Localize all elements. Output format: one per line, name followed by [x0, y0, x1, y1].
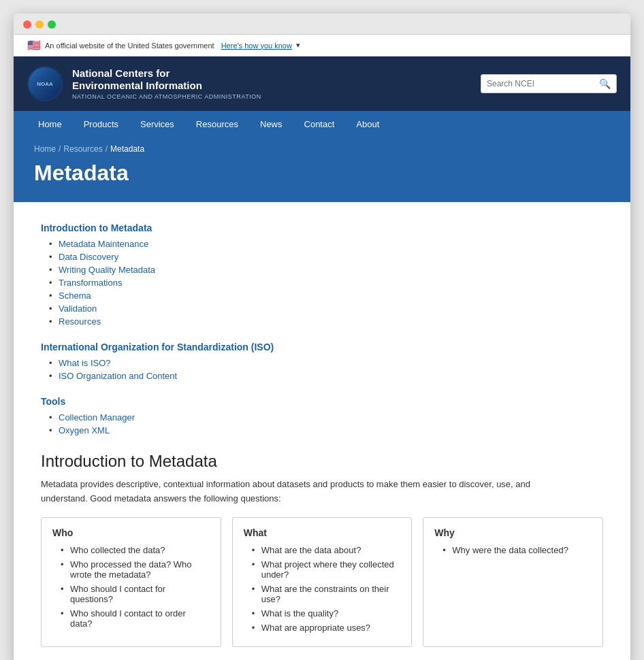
list-item: Who processed the data? Who wrote the me… — [61, 559, 210, 580]
card-what: What What are the data about? What proje… — [232, 517, 413, 647]
link-schema[interactable]: Schema — [59, 291, 91, 301]
card-what-list: What are the data about? What project wh… — [244, 545, 401, 633]
gov-banner: 🇺🇸 An official website of the United Sta… — [14, 35, 630, 56]
org-sub: National Oceanic and Atmospheric Adminis… — [72, 93, 261, 100]
brand: NOAA National Centers for Environmental … — [27, 66, 261, 101]
content-intro-section: Introduction to Metadata Metadata provid… — [41, 452, 603, 647]
what-item-2: What are the constraints on their use? — [261, 584, 389, 604]
expand-dot[interactable] — [48, 20, 56, 29]
list-item: Resources — [49, 316, 603, 327]
what-item-1: What project where they collected under? — [261, 559, 394, 580]
list-item: Who collected the data? — [61, 545, 210, 555]
site-header: NOAA National Centers for Environmental … — [14, 56, 630, 111]
nav-item-about[interactable]: About — [345, 111, 390, 137]
breadcrumb-sep1: / — [59, 144, 61, 154]
link-writing-quality[interactable]: Writing Quality Metadata — [59, 265, 155, 275]
list-item: What are the data about? — [252, 545, 401, 555]
card-why-list: Why were the data collected? — [434, 545, 592, 555]
iso-bullet-list: What is ISO? ISO Organization and Conten… — [41, 358, 603, 381]
what-item-0: What are the data about? — [261, 545, 361, 555]
tools-bullet-list: Collection Manager Oxygen XML — [41, 412, 603, 435]
breadcrumb-resources[interactable]: Resources — [63, 144, 102, 154]
nav-item-contact[interactable]: Contact — [293, 111, 346, 137]
link-transformations[interactable]: Transformations — [59, 278, 122, 288]
breadcrumb-sep2: / — [106, 144, 108, 154]
who-item-3: Who should I contact to order data? — [70, 608, 186, 629]
org-name: National Centers for Environmental Infor… — [72, 67, 261, 92]
list-item: Transformations — [49, 278, 603, 288]
why-item-0: Why were the data collected? — [452, 545, 568, 555]
page-title: Metadata — [34, 161, 610, 186]
list-item: Who should I contact for questions? — [61, 584, 210, 604]
list-item: Schema — [49, 291, 603, 301]
card-what-title: What — [244, 527, 401, 538]
card-who: Who Who collected the data? Who processe… — [41, 517, 221, 647]
list-item: What is the quality? — [252, 608, 401, 618]
noaa-logo-inner: NOAA — [29, 67, 61, 100]
hero-section: Home / Resources / Metadata Metadata — [14, 137, 630, 202]
who-item-2: Who should I contact for questions? — [70, 584, 165, 604]
list-item: Validation — [49, 303, 603, 314]
list-item: Oxygen XML — [49, 425, 603, 435]
list-item: ISO Organization and Content — [49, 371, 603, 381]
intro-bullet-list: Metadata Maintenance Data Discovery Writ… — [41, 239, 603, 327]
nav-item-home[interactable]: Home — [27, 111, 73, 137]
list-item: Data Discovery — [49, 252, 603, 262]
intro-heading[interactable]: Introduction to Metadata — [41, 222, 152, 233]
noaa-logo: NOAA — [27, 66, 63, 101]
list-item: What project where they collected under? — [252, 559, 401, 580]
iso-heading[interactable]: International Organization for Standardi… — [41, 342, 274, 352]
link-oxygen-xml[interactable]: Oxygen XML — [59, 425, 110, 435]
card-why: Why Why were the data collected? — [423, 517, 603, 647]
browser-chrome — [14, 14, 630, 35]
browser-window: 🇺🇸 An official website of the United Sta… — [14, 14, 630, 660]
how-know-link[interactable]: Here's how you know — [221, 42, 292, 50]
header-title-block: National Centers for Environmental Infor… — [72, 67, 261, 100]
content-intro-title: Introduction to Metadata — [41, 452, 603, 471]
search-icon[interactable]: 🔍 — [599, 78, 611, 89]
nav-item-services[interactable]: Services — [129, 111, 185, 137]
main-content: Introduction to Metadata Metadata Mainte… — [14, 202, 630, 660]
breadcrumb: Home / Resources / Metadata — [34, 144, 610, 154]
link-resources[interactable]: Resources — [59, 316, 101, 327]
list-item: What are the constraints on their use? — [252, 584, 401, 604]
link-data-discovery[interactable]: Data Discovery — [59, 252, 118, 262]
link-collection-manager[interactable]: Collection Manager — [59, 412, 135, 423]
content-intro-text: Metadata provides descriptive, contextua… — [41, 478, 551, 506]
link-what-is-iso[interactable]: What is ISO? — [59, 358, 111, 368]
list-item: Collection Manager — [49, 412, 603, 423]
search-input[interactable] — [487, 79, 595, 88]
flag-icon: 🇺🇸 — [27, 39, 41, 52]
nav-item-news[interactable]: News — [249, 111, 293, 137]
intro-link-section: Introduction to Metadata Metadata Mainte… — [41, 222, 603, 327]
close-dot[interactable] — [23, 20, 31, 29]
nav-item-resources[interactable]: Resources — [185, 111, 249, 137]
list-item: Why were the data collected? — [442, 545, 592, 555]
breadcrumb-home[interactable]: Home — [34, 144, 56, 154]
what-item-4: What are appropriate uses? — [261, 623, 370, 633]
nav-bar: Home Products Services Resources News Co… — [14, 111, 630, 137]
chevron-down-icon: ▾ — [296, 41, 300, 50]
iso-link-section: International Organization for Standardi… — [41, 342, 603, 381]
list-item: Metadata Maintenance — [49, 239, 603, 249]
nav-item-products[interactable]: Products — [73, 111, 129, 137]
card-why-title: Why — [434, 527, 592, 538]
who-item-1: Who processed the data? Who wrote the me… — [70, 559, 192, 580]
link-validation[interactable]: Validation — [59, 303, 97, 314]
gov-banner-text: An official website of the United States… — [45, 42, 214, 50]
what-item-3: What is the quality? — [261, 608, 338, 618]
list-item: What is ISO? — [49, 358, 603, 368]
search-box[interactable]: 🔍 — [481, 74, 617, 93]
card-who-list: Who collected the data? Who processed th… — [52, 545, 210, 629]
list-item: Writing Quality Metadata — [49, 265, 603, 275]
tools-heading[interactable]: Tools — [41, 396, 65, 407]
breadcrumb-current: Metadata — [110, 144, 144, 154]
card-who-title: Who — [52, 527, 210, 538]
cards-row: Who Who collected the data? Who processe… — [41, 517, 603, 647]
who-item-0: Who collected the data? — [70, 545, 165, 555]
link-iso-org-content[interactable]: ISO Organization and Content — [59, 371, 177, 381]
tools-link-section: Tools Collection Manager Oxygen XML — [41, 396, 603, 435]
minimize-dot[interactable] — [35, 20, 44, 29]
list-item: Who should I contact to order data? — [61, 608, 210, 629]
link-metadata-maintenance[interactable]: Metadata Maintenance — [59, 239, 148, 249]
